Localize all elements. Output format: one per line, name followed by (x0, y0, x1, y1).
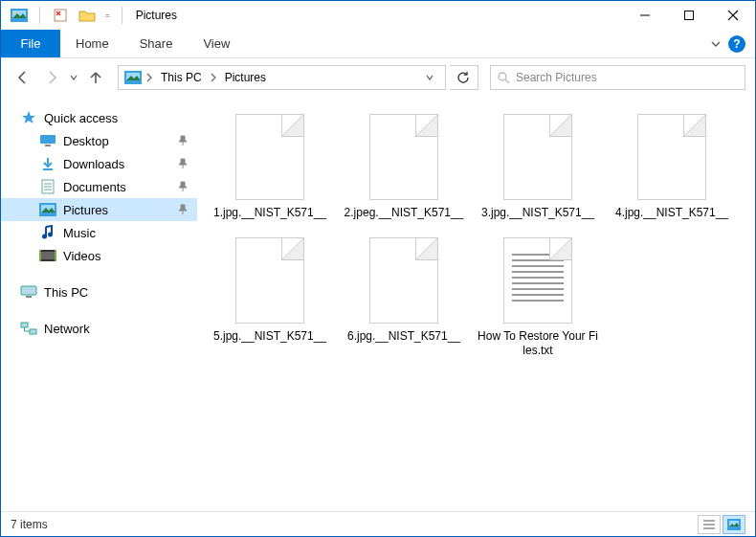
navigation-pane[interactable]: Quick access DesktopDownloadsDocumentsPi… (1, 97, 197, 511)
sidebar-item-label: This PC (44, 285, 88, 300)
svg-line-9 (505, 79, 509, 83)
svg-rect-5 (685, 11, 694, 20)
file-name: 2.jpeg.__NIST_K571__ (345, 206, 464, 220)
sidebar-network[interactable]: Network (1, 317, 197, 340)
sidebar-item-label: Network (44, 322, 90, 336)
music-icon (39, 225, 56, 240)
file-icon (503, 237, 572, 324)
refresh-button[interactable] (450, 65, 478, 90)
file-item[interactable]: 5.jpg.__NIST_K571__ (207, 237, 333, 358)
file-item[interactable]: How To Restore Your Files.txt (475, 237, 601, 358)
ribbon-tab-view[interactable]: View (188, 30, 245, 57)
file-list[interactable]: 1.jpg.__NIST_K571__2.jpeg.__NIST_K571__3… (197, 97, 755, 511)
file-name: 4.jpg.__NIST_K571__ (615, 206, 728, 220)
quick-access-icon (20, 110, 37, 125)
svg-rect-24 (55, 250, 56, 261)
file-item[interactable]: 3.jpg.__NIST_K571__ (475, 114, 601, 220)
sidebar-quick-access[interactable]: Quick access (1, 106, 197, 129)
ribbon-tab-share[interactable]: Share (124, 30, 189, 57)
search-placeholder: Search Pictures (516, 71, 597, 84)
details-view-button[interactable] (698, 515, 721, 534)
file-item[interactable]: 4.jpg.__NIST_K571__ (609, 114, 735, 220)
breadcrumb[interactable]: This PC (157, 71, 206, 84)
svg-rect-28 (30, 329, 36, 334)
address-dropdown-icon[interactable] (420, 74, 439, 81)
ribbon-tab-file[interactable]: File (1, 30, 60, 57)
svg-point-8 (499, 73, 506, 80)
file-name: How To Restore Your Files.txt (478, 329, 598, 358)
chevron-right-icon[interactable] (144, 73, 155, 82)
sidebar-this-pc[interactable]: This PC (1, 280, 197, 303)
svg-point-19 (42, 235, 47, 239)
sidebar-item-label: Music (63, 226, 96, 240)
search-input[interactable]: Search Pictures (490, 65, 745, 90)
maximize-button[interactable] (667, 1, 711, 30)
pin-icon (178, 135, 188, 146)
sidebar-item-music[interactable]: Music (1, 221, 197, 244)
svg-rect-25 (21, 286, 36, 295)
body: Quick access DesktopDownloadsDocumentsPi… (1, 97, 755, 511)
pin-icon (178, 158, 188, 169)
svg-rect-11 (45, 145, 51, 146)
file-item[interactable]: 6.jpg.__NIST_K571__ (341, 237, 467, 358)
qat-dropdown-icon[interactable]: = (103, 11, 112, 20)
svg-point-20 (48, 233, 53, 237)
documents-icon (39, 179, 56, 194)
help-icon[interactable]: ? (728, 35, 745, 53)
pin-icon (178, 204, 188, 215)
sidebar-item-documents[interactable]: Documents (1, 175, 197, 198)
file-item[interactable]: 2.jpeg.__NIST_K571__ (341, 114, 467, 220)
close-button[interactable] (711, 1, 755, 30)
downloads-icon (39, 156, 56, 171)
forward-button[interactable] (39, 65, 64, 90)
address-bar[interactable]: This PC Pictures (118, 65, 446, 90)
sidebar-item-label: Downloads (63, 157, 124, 171)
videos-icon (39, 248, 56, 263)
svg-rect-27 (21, 323, 28, 327)
file-icon (369, 114, 438, 200)
file-icon (369, 237, 438, 324)
sidebar-item-downloads[interactable]: Downloads (1, 152, 197, 175)
sidebar-item-label: Videos (63, 249, 101, 263)
recent-locations-icon[interactable] (68, 74, 79, 81)
file-icon (235, 237, 304, 324)
svg-rect-26 (26, 296, 32, 298)
qat-folder-icon[interactable] (77, 5, 98, 26)
thumbnails-view-button[interactable] (723, 515, 745, 534)
expand-ribbon-icon[interactable] (711, 39, 721, 49)
sidebar-item-pictures[interactable]: Pictures (1, 198, 197, 221)
file-icon (637, 114, 706, 200)
search-icon (497, 71, 510, 84)
sidebar-item-desktop[interactable]: Desktop (1, 129, 197, 152)
file-name: 5.jpg.__NIST_K571__ (213, 329, 326, 344)
separator (122, 7, 122, 24)
desktop-icon (39, 133, 56, 148)
sidebar-item-label: Quick access (44, 111, 118, 125)
file-name: 6.jpg.__NIST_K571__ (347, 329, 460, 344)
app-icon (9, 5, 30, 26)
pictures-icon (39, 202, 56, 217)
file-item[interactable]: 1.jpg.__NIST_K571__ (207, 114, 333, 220)
up-button[interactable] (83, 65, 108, 90)
svg-point-2 (14, 12, 17, 15)
file-name: 3.jpg.__NIST_K571__ (481, 206, 594, 220)
sidebar-item-videos[interactable]: Videos (1, 244, 197, 267)
qat-properties-icon[interactable] (50, 5, 71, 26)
minimize-button[interactable] (623, 1, 667, 30)
breadcrumb[interactable]: Pictures (221, 71, 270, 84)
file-icon (235, 114, 304, 200)
item-count: 7 items (11, 518, 48, 531)
file-name: 1.jpg.__NIST_K571__ (213, 206, 326, 220)
sidebar-item-label: Documents (63, 180, 126, 194)
titlebar: = Pictures (1, 1, 755, 30)
svg-rect-10 (40, 135, 56, 144)
network-icon (20, 321, 37, 336)
separator (39, 7, 40, 24)
back-button[interactable] (11, 65, 35, 90)
chevron-right-icon[interactable] (208, 73, 219, 82)
pin-icon (178, 181, 188, 192)
file-icon (503, 114, 572, 200)
ribbon-tab-home[interactable]: Home (60, 30, 124, 57)
nav-toolbar: This PC Pictures Search Pictures (1, 58, 755, 97)
sidebar-item-label: Desktop (63, 134, 109, 148)
